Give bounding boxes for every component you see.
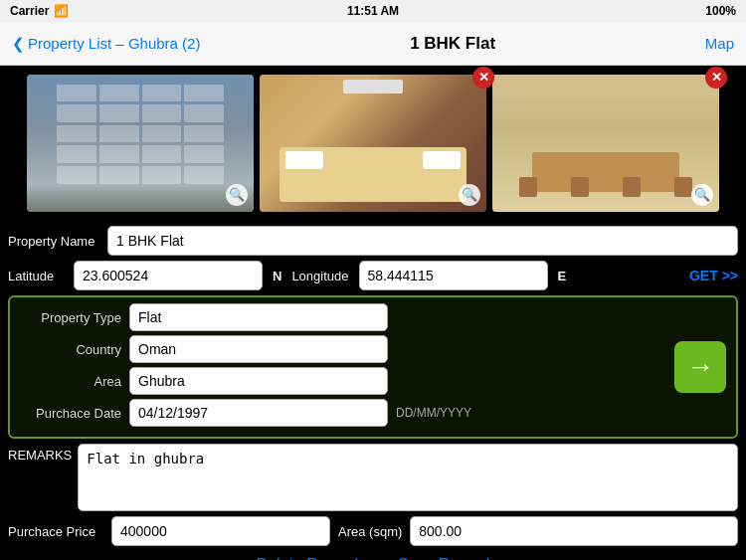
zoom-icon-building[interactable]: 🔍 <box>226 184 248 206</box>
nav-title: 1 BHK Flat <box>410 34 495 54</box>
lat-dir-label: N <box>273 269 281 283</box>
battery-label: 100% <box>705 4 736 18</box>
zoom-icon-bedroom[interactable]: 🔍 <box>459 184 480 206</box>
nav-bar: ❮ Property List – Ghubra (2) 1 BHK Flat … <box>0 22 746 66</box>
latitude-label: Latitude <box>8 269 68 283</box>
status-bar: Carrier 📶 11:51 AM 100% <box>0 0 746 22</box>
zoom-icon-dining[interactable]: 🔍 <box>691 184 713 206</box>
remarks-label: REMARKS <box>8 444 72 463</box>
country-label: Country <box>20 342 129 357</box>
status-right: 100% <box>705 4 736 18</box>
property-type-label: Property Type <box>20 310 129 325</box>
property-type-row: Property Type <box>20 303 726 331</box>
photo-bedroom[interactable] <box>260 75 486 212</box>
carrier-label: Carrier <box>10 4 49 18</box>
photo-item-dining: ✕ 🔍 <box>492 75 719 212</box>
property-type-input[interactable] <box>129 303 388 331</box>
area-label: Area <box>20 374 129 389</box>
map-button[interactable]: Map <box>705 35 734 52</box>
area-row: Area <box>20 367 726 395</box>
remarks-textarea[interactable] <box>78 444 738 511</box>
purchase-date-row: Purchace Date DD/MM/YYYY <box>20 399 726 427</box>
property-name-label: Property Name <box>8 234 107 249</box>
delete-photo-bedroom[interactable]: ✕ <box>472 67 494 89</box>
purchase-date-input[interactable] <box>129 399 388 427</box>
delete-record-button[interactable]: Delete Record <box>257 556 358 560</box>
arrow-right-icon: → <box>686 351 714 383</box>
property-name-row: Property Name <box>8 226 738 256</box>
back-label: Property List – Ghubra (2) <box>28 35 200 52</box>
wifi-icon: 📶 <box>54 4 69 18</box>
delete-photo-dining[interactable]: ✕ <box>705 67 727 89</box>
area-sqm-label: Area (sqm) <box>338 524 402 539</box>
status-left: Carrier 📶 <box>10 4 69 18</box>
green-section: Property Type Country Area Purchace Date… <box>8 295 738 439</box>
back-button[interactable]: ❮ Property List – Ghubra (2) <box>12 35 200 53</box>
country-input[interactable] <box>129 335 388 363</box>
lng-dir-label: E <box>558 269 567 283</box>
date-format-hint: DD/MM/YYYY <box>396 406 471 420</box>
area-input[interactable] <box>129 367 388 395</box>
photo-item-bedroom: ✕ 🔍 <box>260 75 486 212</box>
photo-item-building: 🔍 <box>27 75 254 212</box>
property-name-input[interactable] <box>107 226 738 256</box>
form-area: Property Name Latitude N Longitude E GET… <box>0 220 746 546</box>
purchase-price-row: Purchace Price Area (sqm) <box>8 516 738 546</box>
get-coordinates-button[interactable]: GET >> <box>689 268 738 283</box>
save-record-button[interactable]: Save Record <box>398 556 490 560</box>
action-row: Delete Record Save Record <box>0 552 746 560</box>
purchase-price-label: Purchace Price <box>8 524 103 539</box>
country-row: Country <box>20 335 726 363</box>
latitude-input[interactable] <box>74 261 263 290</box>
purchase-price-input[interactable] <box>111 516 330 546</box>
purchase-date-label: Purchace Date <box>20 406 129 421</box>
photo-strip: 🔍 ✕ 🔍 <box>0 66 746 220</box>
area-sqm-input[interactable] <box>410 516 738 546</box>
longitude-label: Longitude <box>291 269 348 283</box>
chevron-left-icon: ❮ <box>12 35 25 53</box>
photo-building[interactable] <box>27 75 254 212</box>
photo-dining[interactable] <box>492 75 719 212</box>
remarks-section: REMARKS <box>8 444 738 511</box>
status-time: 11:51 AM <box>347 4 399 18</box>
next-arrow-button[interactable]: → <box>674 341 726 393</box>
longitude-input[interactable] <box>359 261 548 290</box>
latlng-row: Latitude N Longitude E GET >> <box>8 261 738 290</box>
